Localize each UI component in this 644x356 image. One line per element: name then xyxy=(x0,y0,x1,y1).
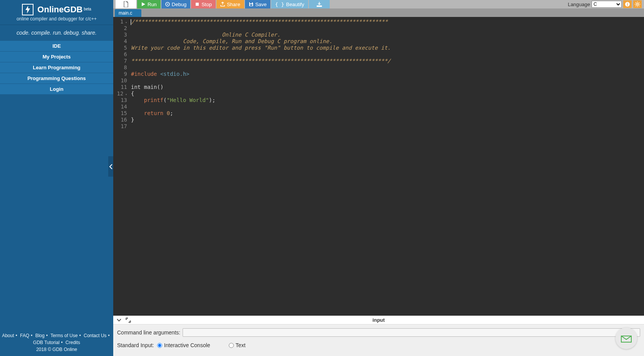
editor-tabbar: main.c xyxy=(113,8,644,17)
editor-code[interactable]: /***************************************… xyxy=(129,17,391,316)
settings-button[interactable] xyxy=(633,0,642,8)
tagline: code. compile. run. debug. share. xyxy=(0,25,113,40)
svg-line-16 xyxy=(639,2,639,3)
bottom-panel-title: input xyxy=(372,317,385,323)
language-label: Language xyxy=(568,2,590,7)
footer-gdb-tutorial[interactable]: GDB Tutorial xyxy=(33,340,60,345)
footer-faq[interactable]: FAQ xyxy=(20,333,29,338)
nav-learn-programming[interactable]: Learn Programming xyxy=(0,62,113,73)
svg-line-14 xyxy=(639,5,639,6)
cmdline-label: Command line arguments: xyxy=(117,329,183,336)
new-file-button[interactable] xyxy=(116,0,136,8)
chat-button[interactable] xyxy=(615,328,637,349)
sidebar: OnlineGDBbeta online compiler and debugg… xyxy=(0,0,113,356)
footer-terms[interactable]: Terms of Use xyxy=(50,333,78,338)
info-button[interactable]: i xyxy=(623,0,632,8)
footer-blog[interactable]: Blog xyxy=(35,333,45,338)
svg-rect-3 xyxy=(250,2,252,3)
main-area: Run Debug Stop Share Save { } Beautify xyxy=(113,0,644,356)
svg-point-1 xyxy=(167,4,168,5)
nav-ide[interactable]: IDE xyxy=(0,40,113,51)
stdin-radio-text[interactable]: Text xyxy=(229,342,246,348)
chevron-left-icon xyxy=(109,164,113,169)
svg-line-13 xyxy=(636,2,636,3)
bottom-panel: input Command line arguments: Standard I… xyxy=(113,316,644,356)
brand-name: OnlineGDB xyxy=(37,5,82,14)
footer-credits[interactable]: Credits xyxy=(65,340,80,345)
cmdline-input[interactable] xyxy=(183,328,640,337)
svg-rect-5 xyxy=(317,6,322,7)
expand-icon[interactable] xyxy=(126,318,131,323)
svg-rect-2 xyxy=(196,3,199,6)
stop-button[interactable]: Stop xyxy=(191,0,216,8)
brand-subtitle: online compiler and debugger for c/c++ xyxy=(0,16,113,25)
svg-text:i: i xyxy=(627,2,628,7)
save-icon xyxy=(249,2,253,7)
toolbar: Run Debug Stop Share Save { } Beautify xyxy=(113,0,644,8)
beautify-button[interactable]: { } Beautify xyxy=(271,0,308,8)
footer-contact[interactable]: Contact Us xyxy=(84,333,106,338)
copyright: 2018 © GDB Online xyxy=(2,346,112,353)
download-icon xyxy=(317,2,322,7)
share-button[interactable]: Share xyxy=(216,0,244,8)
footer-about[interactable]: About xyxy=(2,333,14,338)
nav-login[interactable]: Login xyxy=(0,84,113,94)
sidebar-nav: IDE My Projects Learn Programming Progra… xyxy=(0,40,113,94)
share-icon xyxy=(220,2,225,7)
language-select[interactable]: C xyxy=(592,1,622,8)
collapse-down-icon[interactable] xyxy=(116,318,122,323)
code-editor[interactable]: 1234567891011121314151617 /*************… xyxy=(113,17,644,316)
logo: OnlineGDBbeta xyxy=(0,0,113,16)
braces-icon: { } xyxy=(275,2,284,7)
sidebar-collapse-handle[interactable] xyxy=(108,156,113,177)
download-button[interactable] xyxy=(309,0,330,8)
stdin-label: Standard Input: xyxy=(117,342,154,348)
svg-line-15 xyxy=(636,5,636,6)
beta-label: beta xyxy=(84,7,91,11)
bolt-icon xyxy=(22,4,34,15)
gear-icon xyxy=(635,2,640,7)
svg-rect-4 xyxy=(250,4,252,6)
debug-button[interactable]: Debug xyxy=(161,0,190,8)
svg-point-8 xyxy=(637,3,639,5)
nav-my-projects[interactable]: My Projects xyxy=(0,51,113,62)
run-button[interactable]: Run xyxy=(137,0,161,8)
stop-icon xyxy=(195,2,200,7)
footer: About• FAQ• Blog• Terms of Use• Contact … xyxy=(0,330,113,356)
envelope-icon xyxy=(621,334,632,343)
nav-programming-questions[interactable]: Programming Questions xyxy=(0,73,113,84)
save-button[interactable]: Save xyxy=(245,0,271,8)
play-icon xyxy=(141,2,146,7)
stdin-radio-interactive[interactable]: Interactive Console xyxy=(157,342,210,348)
info-icon: i xyxy=(625,2,630,7)
target-icon xyxy=(165,2,170,7)
editor-tab-main[interactable]: main.c xyxy=(115,9,141,17)
editor-gutter: 1234567891011121314151617 xyxy=(113,17,129,316)
